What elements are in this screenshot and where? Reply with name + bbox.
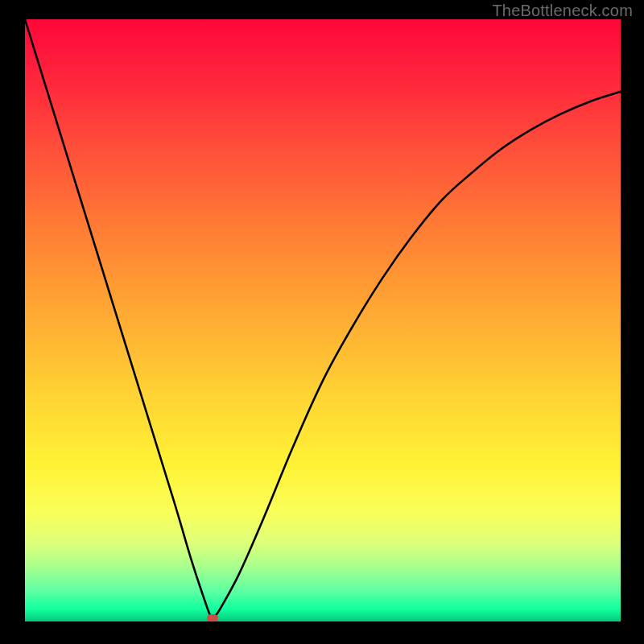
watermark-text: TheBottleneck.com xyxy=(492,2,633,20)
curve-layer xyxy=(25,19,621,621)
bottleneck-curve xyxy=(25,19,621,618)
minimum-marker-dot xyxy=(207,614,218,621)
plot-area xyxy=(25,19,621,621)
chart-container: TheBottleneck.com xyxy=(0,0,644,644)
